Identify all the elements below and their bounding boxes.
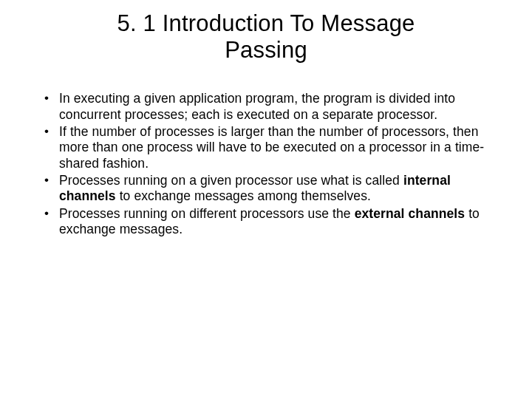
slide-body: In executing a given application program… <box>0 63 532 237</box>
list-item: In executing a given application program… <box>38 91 494 123</box>
bullet-post: to exchange messages among themselves. <box>116 188 371 203</box>
bullet-list: In executing a given application program… <box>38 91 494 237</box>
bullet-text: Processes running on different processor… <box>59 206 355 221</box>
list-item: If the number of processes is larger tha… <box>38 124 494 171</box>
bullet-text: Processes running on a given processor u… <box>59 173 403 188</box>
slide: 5. 1 Introduction To Message Passing In … <box>0 0 532 399</box>
bullet-text: In executing a given application program… <box>59 91 455 121</box>
title-line-1: 5. 1 Introduction To Message <box>117 10 415 36</box>
list-item: Processes running on different processor… <box>38 206 494 238</box>
bullet-bold: external channels <box>355 206 466 221</box>
list-item: Processes running on a given processor u… <box>38 173 494 205</box>
title-line-2: Passing <box>225 37 307 63</box>
slide-title: 5. 1 Introduction To Message Passing <box>0 0 532 63</box>
bullet-text: If the number of processes is larger tha… <box>59 124 484 171</box>
